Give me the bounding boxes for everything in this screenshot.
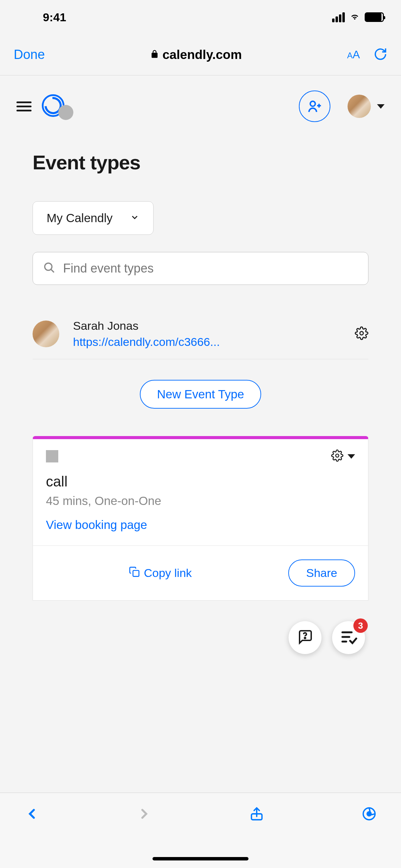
new-event-type-button[interactable]: New Event Type bbox=[140, 380, 261, 409]
browser-bottom-nav bbox=[0, 793, 401, 868]
invite-user-button[interactable] bbox=[299, 91, 330, 122]
status-icons bbox=[332, 11, 384, 24]
reload-button[interactable] bbox=[374, 47, 387, 62]
svg-point-12 bbox=[367, 812, 371, 816]
share-nav-button[interactable] bbox=[249, 806, 265, 823]
wifi-icon bbox=[349, 11, 361, 24]
search-icon bbox=[43, 262, 56, 275]
chevron-down-icon bbox=[130, 211, 139, 225]
copy-link-label: Copy link bbox=[144, 566, 192, 580]
user-name: Sarah Jonas bbox=[73, 319, 341, 333]
tasks-floating-button[interactable]: 3 bbox=[332, 621, 365, 654]
menu-button[interactable] bbox=[16, 99, 32, 114]
svg-point-6 bbox=[304, 637, 305, 638]
chevron-down-icon bbox=[377, 104, 385, 109]
svg-rect-5 bbox=[133, 570, 139, 576]
page-title: Event types bbox=[0, 137, 401, 201]
done-button[interactable]: Done bbox=[14, 47, 45, 62]
help-chat-icon bbox=[297, 629, 313, 647]
event-meta: 45 mins, One-on-One bbox=[46, 494, 355, 508]
search-input[interactable] bbox=[63, 261, 358, 276]
chevron-down-icon bbox=[348, 454, 355, 459]
url-text: calendly.com bbox=[162, 48, 242, 62]
share-button[interactable]: Share bbox=[288, 559, 355, 587]
app-header bbox=[0, 75, 401, 137]
svg-point-3 bbox=[360, 331, 363, 335]
account-menu[interactable] bbox=[348, 95, 385, 118]
search-box[interactable] bbox=[33, 252, 368, 285]
svg-line-2 bbox=[51, 269, 54, 273]
forward-button[interactable] bbox=[136, 806, 152, 823]
user-booking-link[interactable]: https://calendly.com/c3666... bbox=[73, 335, 341, 349]
calendly-selector-dropdown[interactable]: My Calendly bbox=[33, 201, 154, 235]
user-settings-button[interactable] bbox=[355, 326, 368, 341]
help-floating-button[interactable] bbox=[289, 621, 321, 654]
url-display[interactable]: calendly.com bbox=[45, 48, 347, 62]
home-indicator[interactable] bbox=[153, 857, 248, 860]
back-button[interactable] bbox=[24, 806, 40, 823]
event-title: call bbox=[46, 473, 355, 490]
copy-link-button[interactable]: Copy link bbox=[46, 566, 275, 580]
status-bar: 9:41 bbox=[0, 0, 401, 34]
avatar bbox=[33, 321, 59, 347]
browser-address-bar: Done calendly.com AA bbox=[0, 34, 401, 75]
event-settings-button[interactable] bbox=[331, 449, 355, 463]
gear-icon bbox=[331, 449, 343, 463]
avatar bbox=[348, 95, 371, 118]
notification-badge: 3 bbox=[353, 618, 368, 633]
svg-point-4 bbox=[336, 454, 339, 457]
cellular-signal-icon bbox=[332, 12, 345, 22]
lock-icon bbox=[150, 50, 159, 60]
event-type-card: call 45 mins, One-on-One View booking pa… bbox=[33, 436, 368, 601]
copy-icon bbox=[129, 566, 140, 580]
event-checkbox[interactable] bbox=[46, 450, 58, 462]
battery-icon bbox=[365, 12, 384, 22]
view-booking-page-link[interactable]: View booking page bbox=[46, 518, 355, 532]
svg-point-0 bbox=[310, 101, 315, 106]
svg-point-1 bbox=[45, 263, 52, 270]
user-profile-row: Sarah Jonas https://calendly.com/c3666..… bbox=[33, 309, 368, 359]
checklist-icon bbox=[339, 628, 358, 648]
text-size-button[interactable]: AA bbox=[347, 48, 360, 61]
tabs-nav-button[interactable] bbox=[361, 806, 377, 823]
calendly-logo[interactable] bbox=[42, 94, 66, 118]
status-time: 9:41 bbox=[43, 11, 66, 24]
dropdown-label: My Calendly bbox=[47, 211, 113, 225]
